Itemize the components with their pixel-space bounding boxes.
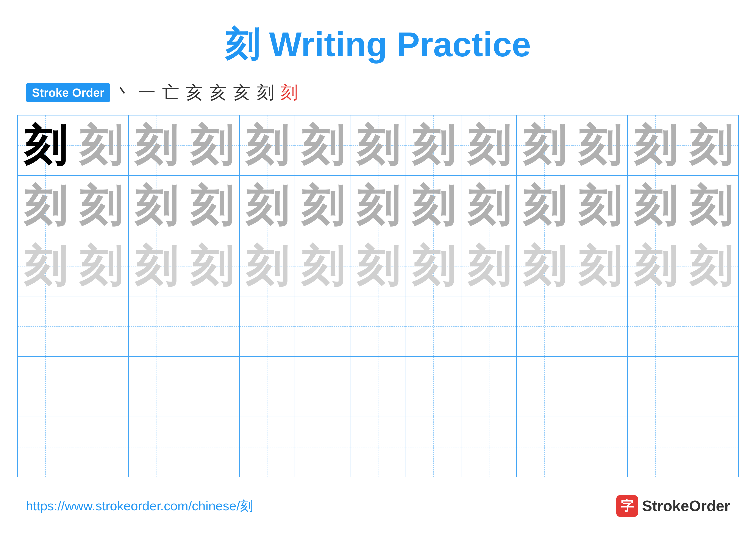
- practice-grid: 刻 刻 刻 刻 刻 刻 刻 刻 刻 刻 刻 刻 刻 刻 刻 刻 刻 刻 刻 刻 …: [17, 115, 739, 477]
- grid-cell[interactable]: 刻: [239, 176, 295, 236]
- char-display: 刻: [357, 121, 399, 169]
- grid-cell[interactable]: 刻: [73, 176, 128, 236]
- grid-cell[interactable]: 刻: [572, 115, 628, 176]
- grid-cell[interactable]: [517, 296, 572, 357]
- grid-cell[interactable]: [239, 296, 295, 357]
- grid-cell[interactable]: 刻: [73, 236, 128, 296]
- grid-cell[interactable]: [295, 357, 350, 417]
- grid-cell[interactable]: [461, 357, 517, 417]
- grid-cell[interactable]: 刻: [517, 115, 572, 176]
- logo-icon: 字: [616, 495, 638, 517]
- grid-cell[interactable]: [184, 296, 239, 357]
- grid-cell[interactable]: [295, 417, 350, 477]
- grid-cell[interactable]: [628, 296, 683, 357]
- char-display: 刻: [301, 182, 344, 230]
- stroke-step-2: 一: [138, 81, 156, 104]
- grid-cell[interactable]: [73, 417, 128, 477]
- grid-cell[interactable]: [184, 357, 239, 417]
- grid-cell[interactable]: [628, 357, 683, 417]
- grid-cell[interactable]: [350, 417, 406, 477]
- grid-cell[interactable]: 刻: [350, 176, 406, 236]
- grid-cell[interactable]: 刻: [683, 236, 739, 296]
- char-display: 刻: [468, 121, 511, 169]
- char-display: 刻: [190, 182, 233, 230]
- grid-cell[interactable]: [683, 296, 739, 357]
- grid-cell[interactable]: 刻: [184, 176, 239, 236]
- grid-cell[interactable]: 刻: [239, 236, 295, 296]
- grid-cell[interactable]: 刻: [461, 115, 517, 176]
- stroke-steps: 丶 一 亡 亥 亥 亥 刻 刻: [115, 81, 298, 104]
- grid-cell[interactable]: [683, 417, 739, 477]
- grid-cell[interactable]: 刻: [184, 236, 239, 296]
- grid-cell[interactable]: [73, 357, 128, 417]
- grid-cell[interactable]: [572, 357, 628, 417]
- grid-cell[interactable]: [572, 417, 628, 477]
- grid-row-5: [17, 357, 739, 417]
- grid-cell[interactable]: [73, 296, 128, 357]
- grid-cell[interactable]: [295, 296, 350, 357]
- grid-cell[interactable]: 刻: [406, 176, 461, 236]
- char-display: 刻: [634, 121, 677, 169]
- grid-cell[interactable]: [406, 296, 461, 357]
- grid-cell[interactable]: [239, 357, 295, 417]
- grid-cell[interactable]: [517, 417, 572, 477]
- stroke-step-4: 亥: [186, 81, 203, 104]
- grid-cell[interactable]: [461, 417, 517, 477]
- grid-cell[interactable]: [128, 296, 184, 357]
- grid-cell[interactable]: [461, 296, 517, 357]
- grid-cell[interactable]: 刻: [295, 115, 350, 176]
- char-display: 刻: [412, 121, 455, 169]
- grid-cell[interactable]: [17, 417, 73, 477]
- grid-cell[interactable]: 刻: [628, 236, 683, 296]
- stroke-order-badge: Stroke Order: [26, 83, 110, 102]
- grid-cell[interactable]: 刻: [406, 236, 461, 296]
- grid-cell[interactable]: 刻: [128, 115, 184, 176]
- grid-cell[interactable]: 刻: [17, 176, 73, 236]
- grid-cell[interactable]: 刻: [517, 176, 572, 236]
- grid-cell[interactable]: 刻: [17, 236, 73, 296]
- grid-cell[interactable]: [239, 417, 295, 477]
- grid-cell[interactable]: [517, 357, 572, 417]
- grid-cell[interactable]: 刻: [461, 236, 517, 296]
- grid-cell[interactable]: 刻: [683, 115, 739, 176]
- char-display: 刻: [634, 242, 677, 290]
- char-display: 刻: [190, 121, 233, 169]
- char-display: 刻: [24, 182, 67, 230]
- grid-cell[interactable]: 刻: [128, 176, 184, 236]
- grid-cell[interactable]: 刻: [683, 176, 739, 236]
- grid-cell[interactable]: [350, 296, 406, 357]
- grid-cell[interactable]: [628, 417, 683, 477]
- grid-cell[interactable]: [128, 357, 184, 417]
- grid-cell[interactable]: 刻: [517, 236, 572, 296]
- grid-cell[interactable]: 刻: [17, 115, 73, 176]
- grid-cell[interactable]: 刻: [572, 236, 628, 296]
- char-display: 刻: [578, 242, 621, 290]
- grid-cell[interactable]: 刻: [628, 115, 683, 176]
- char-display: 刻: [523, 121, 566, 169]
- grid-cell[interactable]: [572, 296, 628, 357]
- grid-cell[interactable]: [683, 357, 739, 417]
- grid-cell[interactable]: 刻: [295, 176, 350, 236]
- practice-grid-container: 刻 刻 刻 刻 刻 刻 刻 刻 刻 刻 刻 刻 刻 刻 刻 刻 刻 刻 刻 刻 …: [0, 115, 756, 477]
- grid-cell[interactable]: [17, 296, 73, 357]
- grid-cell[interactable]: 刻: [572, 176, 628, 236]
- footer-url: https://www.strokeorder.com/chinese/刻: [26, 497, 253, 515]
- grid-cell[interactable]: 刻: [350, 236, 406, 296]
- char-display: 刻: [245, 121, 288, 169]
- char-display: 刻: [468, 182, 511, 230]
- grid-cell[interactable]: 刻: [295, 236, 350, 296]
- grid-cell[interactable]: [184, 417, 239, 477]
- grid-cell[interactable]: 刻: [628, 176, 683, 236]
- grid-cell[interactable]: 刻: [184, 115, 239, 176]
- grid-cell[interactable]: [406, 417, 461, 477]
- grid-cell[interactable]: [128, 417, 184, 477]
- grid-cell[interactable]: [350, 357, 406, 417]
- grid-cell[interactable]: 刻: [406, 115, 461, 176]
- grid-cell[interactable]: 刻: [73, 115, 128, 176]
- grid-cell[interactable]: [17, 357, 73, 417]
- grid-cell[interactable]: 刻: [128, 236, 184, 296]
- grid-cell[interactable]: 刻: [461, 176, 517, 236]
- grid-cell[interactable]: [406, 357, 461, 417]
- grid-cell[interactable]: 刻: [350, 115, 406, 176]
- grid-cell[interactable]: 刻: [239, 115, 295, 176]
